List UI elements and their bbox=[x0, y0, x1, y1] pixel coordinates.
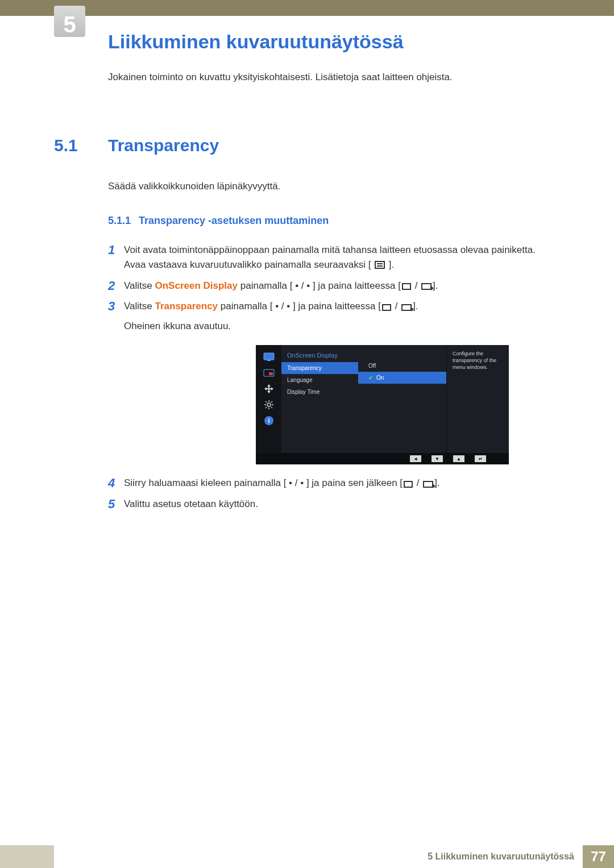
svg-rect-3 bbox=[269, 372, 273, 375]
step-text: Valitse OnScreen Display painamalla [ • … bbox=[124, 279, 560, 294]
chapter-title: Liikkuminen kuvaruutunäytössä bbox=[108, 31, 560, 53]
step-1-line2-pre: Avaa vastaava kuvaruutuvalikko painamall… bbox=[124, 259, 371, 270]
step-text: Voit avata toimintonäppäinoppaan painama… bbox=[124, 243, 560, 273]
step-1-line1: Voit avata toimintonäppäinoppaan painama… bbox=[124, 244, 536, 255]
osd-title: OnScreen Display bbox=[281, 350, 358, 362]
osd-sidebar: i bbox=[256, 345, 281, 453]
step-3-highlight: Transparency bbox=[155, 301, 218, 312]
osd-value-on: On bbox=[358, 372, 446, 384]
step-2: 2 Valitse OnScreen Display painamalla [ … bbox=[108, 279, 560, 294]
section-number: 5.1 bbox=[54, 136, 108, 155]
menu-icon bbox=[375, 258, 385, 272]
source-icon bbox=[423, 476, 433, 491]
step-number: 1 bbox=[108, 243, 124, 258]
step-3-after: Oheinen ikkuna avautuu. bbox=[124, 321, 231, 331]
monitor-icon bbox=[263, 352, 275, 362]
footer-label: 5 Liikkuminen kuvaruutunäytössä bbox=[54, 845, 583, 868]
osd-menu-column: OnScreen Display Transparency Language D… bbox=[281, 345, 358, 453]
step-4-pre: Siirry haluamaasi kieleen painamalla [ •… bbox=[124, 477, 403, 488]
chapter-number: 5 bbox=[63, 13, 76, 37]
osd-panel: i OnScreen Display Transparency Language… bbox=[256, 345, 509, 453]
chapter-badge: 5 bbox=[54, 6, 85, 37]
svg-rect-1 bbox=[267, 360, 271, 361]
step-number: 4 bbox=[108, 476, 124, 491]
rect-icon bbox=[402, 279, 411, 293]
step-5: 5 Valittu asetus otetaan käyttöön. bbox=[108, 497, 560, 512]
step-number: 3 bbox=[108, 299, 124, 314]
chapter-intro: Jokainen toiminto on kuvattu yksityiskoh… bbox=[108, 70, 560, 85]
svg-text:i: i bbox=[268, 417, 269, 424]
osd-item-transparency: Transparency bbox=[281, 362, 358, 374]
page-number: 77 bbox=[583, 845, 614, 868]
step-3-pre: Valitse bbox=[124, 301, 155, 312]
nav-left-icon: ◄ bbox=[410, 455, 421, 462]
svg-line-12 bbox=[265, 407, 267, 408]
nav-down-icon: ▼ bbox=[432, 455, 443, 462]
section-description: Säädä valikkoikkunoiden läpinäkyvyyttä. bbox=[108, 181, 560, 192]
info-icon: i bbox=[263, 416, 275, 426]
subsection-number: 5.1.1 bbox=[108, 215, 131, 227]
step-number: 5 bbox=[108, 497, 124, 512]
nav-up-icon: ▲ bbox=[453, 455, 464, 462]
step-4: 4 Siirry haluamaasi kieleen painamalla [… bbox=[108, 476, 560, 491]
step-3-mid: painamalla [ • / • ] ja paina laitteessa… bbox=[218, 301, 381, 312]
svg-rect-0 bbox=[264, 353, 274, 360]
page-footer: 5 Liikkuminen kuvaruutunäytössä 77 bbox=[0, 845, 614, 868]
step-text: Valittu asetus otetaan käyttöön. bbox=[124, 497, 560, 512]
osd-value-off: Off bbox=[358, 360, 446, 372]
svg-line-11 bbox=[271, 401, 272, 402]
step-number: 2 bbox=[108, 279, 124, 293]
step-2-mid: painamalla [ • / • ] ja paina laitteessa… bbox=[238, 280, 401, 291]
steps-list: 1 Voit avata toimintonäppäinoppaan paina… bbox=[108, 243, 560, 512]
subsection-title: Transparency -asetuksen muuttaminen bbox=[139, 215, 329, 227]
step-text: Siirry haluamaasi kieleen painamalla [ •… bbox=[124, 476, 560, 491]
step-1: 1 Voit avata toimintonäppäinoppaan paina… bbox=[108, 243, 560, 273]
osd-nav-bar: ◄ ▼ ▲ ↵ bbox=[256, 453, 509, 464]
footer-accent bbox=[0, 845, 54, 868]
section-title: Transparency bbox=[108, 136, 219, 155]
step-3: 3 Valitse Transparency painamalla [ • / … bbox=[108, 299, 560, 334]
osd-screenshot: i OnScreen Display Transparency Language… bbox=[256, 345, 509, 464]
subsection-heading: 5.1.1 Transparency -asetuksen muuttamine… bbox=[108, 215, 560, 227]
osd-item-displaytime: Display Time bbox=[281, 386, 358, 398]
step-2-pre: Valitse bbox=[124, 280, 155, 291]
svg-line-10 bbox=[271, 407, 272, 408]
osd-icon bbox=[263, 368, 275, 378]
header-bar bbox=[0, 0, 614, 16]
osd-help-text: Configure the transparency of the menu w… bbox=[446, 345, 509, 453]
rect-icon bbox=[404, 476, 413, 491]
gear-icon bbox=[263, 400, 275, 410]
svg-line-9 bbox=[265, 401, 267, 402]
svg-point-4 bbox=[267, 403, 271, 406]
source-icon bbox=[401, 300, 412, 314]
arrows-icon bbox=[263, 384, 275, 394]
step-text: Valitse Transparency painamalla [ • / • … bbox=[124, 299, 560, 334]
step-2-highlight: OnScreen Display bbox=[155, 280, 238, 291]
section-heading: 5.1 Transparency bbox=[54, 136, 560, 155]
step-1-line2-post: ]. bbox=[389, 259, 394, 270]
osd-value-column: Off On bbox=[358, 345, 446, 453]
nav-enter-icon: ↵ bbox=[475, 455, 486, 462]
source-icon bbox=[421, 279, 432, 293]
osd-item-language: Language bbox=[281, 374, 358, 386]
page-body: Liikkuminen kuvaruutunäytössä Jokainen t… bbox=[0, 16, 614, 512]
rect-icon bbox=[382, 300, 391, 314]
